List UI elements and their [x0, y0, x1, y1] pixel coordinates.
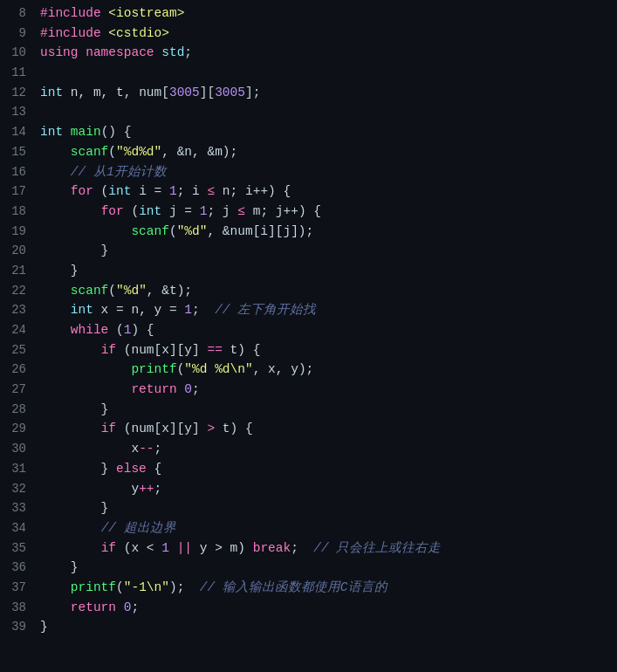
punc-token: , &n, &m); — [161, 145, 237, 159]
punc-token: } — [40, 620, 48, 634]
type-token: int — [71, 303, 93, 317]
line-number: 23 — [0, 301, 26, 320]
str-token: "%d" — [116, 284, 147, 298]
punc-token: , &t); — [147, 284, 192, 298]
type-token: int — [40, 86, 63, 99]
line-number: 26 — [0, 360, 26, 380]
line-number: 19 — [0, 223, 26, 242]
line-number: 39 — [0, 618, 26, 637]
punc-token — [40, 600, 71, 614]
op-token: ≤ — [207, 184, 215, 198]
kw-token: namespace — [86, 45, 154, 59]
kw-token: for — [71, 184, 93, 198]
line-content — [40, 63, 610, 82]
line-content: scanf("%d%d", &n, &m); — [40, 142, 610, 161]
code-line: 23 int x = n, y = 1; // 左下角开始找 — [0, 300, 617, 320]
str-token: "%d %d\n" — [184, 362, 252, 376]
punc-token — [40, 422, 101, 435]
punc-token — [40, 184, 71, 198]
include-file-token: <iostream> — [108, 6, 184, 20]
line-number: 24 — [0, 321, 26, 340]
punc-token: ; — [253, 86, 261, 99]
fn-token: printf — [71, 580, 116, 594]
punc-token: ( — [169, 224, 177, 238]
str-token: "%d%d" — [116, 145, 161, 159]
kw-token: if — [101, 422, 116, 435]
punc-token — [63, 86, 71, 99]
kw-token: return — [131, 382, 176, 396]
bracket-token: [ — [161, 86, 169, 99]
line-content: printf("-1\n"); // 输入输出函数都使用C语言的 — [40, 578, 610, 597]
line-content: using namespace std; — [40, 43, 610, 62]
line-number: 27 — [0, 381, 26, 400]
code-line: 35 if (x < 1 || y > m) break; // 只会往上或往右… — [0, 538, 617, 559]
code-line: 19 scanf("%d", &num[i][j]); — [0, 222, 617, 242]
num-lit-token: 3005 — [169, 86, 200, 99]
line-content: // 超出边界 — [40, 518, 610, 538]
punc-token: t) { — [223, 343, 261, 357]
punc-token: } — [40, 243, 108, 257]
punc-token — [40, 303, 71, 317]
comment-cn-token: // 只会往上或往右走 — [313, 541, 441, 555]
bracket-token: ] — [245, 86, 253, 99]
line-content: } — [40, 241, 610, 260]
op-token: > — [207, 422, 215, 435]
code-editor: 8#include <iostream>9#include <cstdio>10… — [0, 0, 617, 641]
line-content: return 0; — [40, 598, 610, 617]
punc-token: ( — [93, 184, 108, 198]
op-token: ≤ — [237, 204, 245, 218]
code-line: 17 for (int i = 1; i ≤ n; i++) { — [0, 182, 617, 202]
code-line: 26 printf("%d %d\n", x, y); — [0, 360, 617, 380]
fn-token: scanf — [131, 224, 169, 238]
line-number: 20 — [0, 242, 26, 261]
line-content: #include <iostream> — [40, 3, 610, 23]
line-content: int main() { — [40, 122, 610, 141]
line-content: } — [40, 498, 610, 518]
punc-token: ; j — [207, 204, 237, 218]
punc-token: x = n, y = — [93, 303, 184, 317]
comment-cn-token: // 输入输出函数都使用C语言的 — [200, 580, 387, 594]
line-number: 11 — [0, 64, 26, 83]
code-line: 22 scanf("%d", &t); — [0, 281, 617, 301]
line-content: } — [40, 400, 610, 419]
punc-token — [116, 600, 124, 614]
punc-token — [79, 45, 86, 59]
code-line: 30 x--; — [0, 439, 617, 459]
line-content: while (1) { — [40, 320, 610, 339]
punc-token — [169, 541, 177, 555]
bracket-token: [ — [207, 86, 215, 99]
fn-token: main — [71, 125, 101, 139]
punc-token — [40, 204, 101, 218]
num-lit-token: 3005 — [215, 86, 245, 99]
punc-token: { — [147, 462, 161, 476]
punc-token: ( — [116, 580, 124, 594]
line-number: 22 — [0, 282, 26, 301]
line-number: 10 — [0, 44, 26, 63]
punc-token — [40, 362, 131, 376]
line-content: for (int i = 1; i ≤ n; i++) { — [40, 182, 610, 201]
punc-token: ; — [154, 482, 162, 496]
line-number: 18 — [0, 202, 26, 222]
punc-token: ; — [291, 541, 313, 555]
fn-token: scanf — [71, 284, 109, 298]
line-number: 34 — [0, 519, 26, 538]
code-line: 39} — [0, 617, 617, 637]
line-content: scanf("%d", &t); — [40, 281, 610, 300]
str-token: "%d" — [177, 224, 208, 238]
code-line: 14int main() { — [0, 122, 617, 142]
line-number: 30 — [0, 440, 26, 459]
op-token: || — [177, 541, 192, 555]
kw-token: else — [116, 462, 147, 476]
code-line: 12int n, m, t, num[3005][3005]; — [0, 83, 617, 103]
code-line: 11 — [0, 63, 617, 83]
punc-token: ( — [108, 323, 123, 337]
line-number: 12 — [0, 84, 26, 103]
code-line: 21 } — [0, 261, 617, 281]
line-number: 25 — [0, 341, 26, 360]
code-line: 24 while (1) { — [0, 320, 617, 340]
str-token: "-1\n" — [124, 580, 169, 594]
line-number: 21 — [0, 262, 26, 281]
num-lit-token: 1 — [169, 184, 177, 198]
punc-token: } — [40, 264, 79, 278]
var-token: y — [131, 482, 139, 496]
